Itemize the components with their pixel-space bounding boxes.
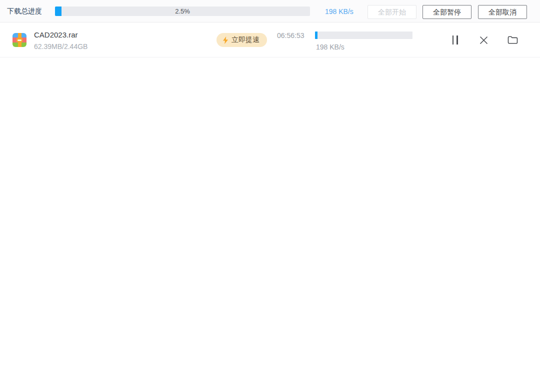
task-speed-value: 198 KB/s: [316, 43, 344, 51]
task-progress-fill: [315, 32, 318, 39]
total-progress-percent: 2.5%: [55, 8, 310, 15]
task-time-remaining: 06:56:53: [277, 32, 304, 40]
close-icon: [480, 36, 488, 44]
rar-icon-buckle-slot: [18, 40, 22, 41]
total-speed-value: 198 KB/s: [325, 8, 361, 16]
cancel-task-button[interactable]: [478, 34, 490, 46]
download-manager-topbar: 下载总进度 2.5% 198 KB/s 全部开始 全部暂停 全部取消: [0, 0, 540, 22]
task-progress-bar: [315, 32, 412, 39]
total-progress-bar: 2.5%: [55, 6, 310, 16]
pause-all-button[interactable]: 全部暂停: [422, 5, 472, 19]
task-filename: CAD2023.rar: [34, 30, 78, 39]
pause-icon: [452, 36, 458, 44]
task-size-progress: 62.39MB/2.44GB: [34, 42, 88, 50]
boost-now-label: 立即提速: [232, 36, 260, 44]
pause-task-button[interactable]: [449, 34, 461, 46]
boost-now-button[interactable]: 立即提速: [216, 33, 267, 47]
total-progress-label: 下载总进度: [7, 7, 42, 16]
cancel-all-button[interactable]: 全部取消: [478, 5, 527, 19]
download-task-row[interactable]: CAD2023.rar 62.39MB/2.44GB 立即提速 06:56:53…: [0, 23, 540, 58]
folder-icon: [508, 36, 518, 44]
open-folder-button[interactable]: [506, 34, 518, 46]
start-all-button[interactable]: 全部开始: [368, 5, 416, 19]
lightning-bolt-icon: [222, 36, 228, 44]
rar-file-icon: [12, 33, 26, 47]
